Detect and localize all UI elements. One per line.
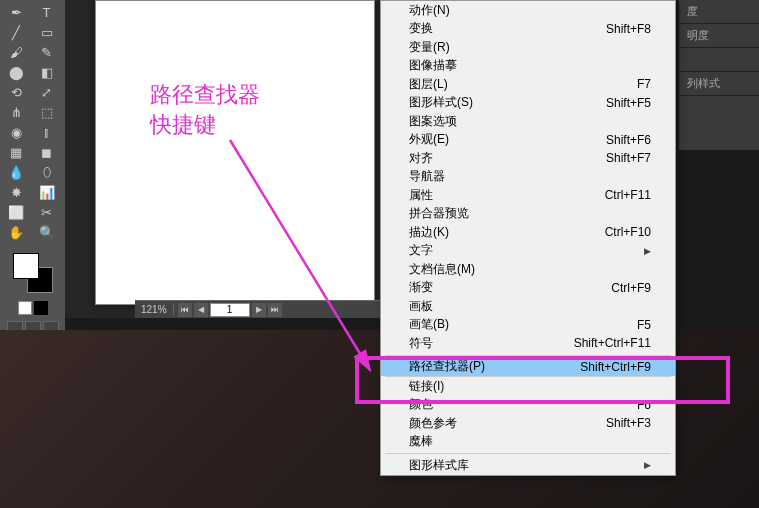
menu-item-5[interactable]: 图形样式(S)Shift+F5 bbox=[381, 94, 675, 113]
menu-item-label: 动作(N) bbox=[409, 2, 450, 19]
menu-item-label: 图案选项 bbox=[409, 113, 457, 130]
tool-gradient[interactable]: ◼ bbox=[33, 142, 61, 162]
menu-item-0[interactable]: 动作(N) bbox=[381, 1, 675, 20]
panel-tab-1[interactable]: 度 bbox=[679, 0, 759, 24]
tool-slice[interactable]: ✂ bbox=[33, 202, 61, 222]
color-swatches[interactable] bbox=[13, 253, 53, 293]
pager-prev[interactable]: ◀ bbox=[194, 303, 208, 317]
menu-item-18[interactable]: 符号Shift+Ctrl+F11 bbox=[381, 334, 675, 353]
tool-scale[interactable]: ⤢ bbox=[33, 82, 61, 102]
tool-artboard[interactable]: ⬜ bbox=[2, 202, 30, 222]
tool-pen[interactable]: ✒ bbox=[2, 2, 30, 22]
pager: ⏮ ◀ ▶ ⏭ bbox=[174, 303, 286, 317]
menu-item-label: 图像描摹 bbox=[409, 57, 457, 74]
tool-free[interactable]: ⬚ bbox=[33, 102, 61, 122]
menu-item-label: 颜色 bbox=[409, 396, 433, 413]
menu-item-15[interactable]: 渐变Ctrl+F9 bbox=[381, 279, 675, 298]
panel-tab-4[interactable]: 列样式 bbox=[679, 72, 759, 96]
zoom-level[interactable]: 121% bbox=[135, 304, 174, 315]
tool-mesh[interactable]: ▦ bbox=[2, 142, 30, 162]
menu-item-6[interactable]: 图案选项 bbox=[381, 112, 675, 131]
mini-swatch-white[interactable] bbox=[18, 301, 32, 315]
menu-item-label: 拼合器预览 bbox=[409, 205, 469, 222]
pager-next[interactable]: ▶ bbox=[252, 303, 266, 317]
menu-item-7[interactable]: 外观(E)Shift+F6 bbox=[381, 131, 675, 150]
menu-item-label: 变量(R) bbox=[409, 39, 450, 56]
mini-swatch-black[interactable] bbox=[34, 301, 48, 315]
tool-eraser[interactable]: ◧ bbox=[33, 62, 61, 82]
menu-item-shortcut: F7 bbox=[637, 77, 651, 91]
tool-rect[interactable]: ▭ bbox=[33, 22, 61, 42]
menu-item-shortcut: Ctrl+F11 bbox=[605, 188, 651, 202]
menu-item-2[interactable]: 变量(R) bbox=[381, 38, 675, 57]
menu-item-label: 文字 bbox=[409, 242, 433, 259]
pager-first[interactable]: ⏮ bbox=[178, 303, 192, 317]
menu-item-shortcut: Shift+Ctrl+F11 bbox=[574, 336, 651, 350]
menu-item-shortcut: Shift+F3 bbox=[606, 416, 651, 430]
menu-item-24[interactable]: 颜色参考Shift+F3 bbox=[381, 414, 675, 433]
menu-item-label: 图形样式库 bbox=[409, 457, 469, 474]
tool-blob[interactable]: ⬤ bbox=[2, 62, 30, 82]
tool-eyedrop[interactable]: 💧 bbox=[2, 162, 30, 182]
canvas-area: 121% ⏮ ◀ ▶ ⏭ 选择 bbox=[65, 0, 385, 318]
tool-pencil[interactable]: ✎ bbox=[33, 42, 61, 62]
menu-item-23[interactable]: 颜色F6 bbox=[381, 396, 675, 415]
tool-chart[interactable]: 📊 bbox=[33, 182, 61, 202]
tool-hand[interactable]: ✋ bbox=[2, 222, 30, 242]
menu-item-label: 图形样式(S) bbox=[409, 94, 473, 111]
menu-item-shortcut: Ctrl+F9 bbox=[611, 281, 651, 295]
menu-item-label: 路径查找器(P) bbox=[409, 358, 485, 375]
menu-item-label: 导航器 bbox=[409, 168, 445, 185]
menu-item-14[interactable]: 文档信息(M) bbox=[381, 260, 675, 279]
menu-item-label: 对齐 bbox=[409, 150, 433, 167]
foreground-color[interactable] bbox=[13, 253, 39, 279]
tool-blend[interactable]: ⬯ bbox=[33, 162, 61, 182]
menu-item-shortcut: F5 bbox=[637, 318, 651, 332]
menu-item-8[interactable]: 对齐Shift+F7 bbox=[381, 149, 675, 168]
menu-item-20[interactable]: 路径查找器(P)Shift+Ctrl+F9 bbox=[381, 358, 675, 377]
menu-item-label: 图层(L) bbox=[409, 76, 448, 93]
menu-item-label: 描边(K) bbox=[409, 224, 449, 241]
pager-input[interactable] bbox=[210, 303, 250, 317]
tool-shape[interactable]: ◉ bbox=[2, 122, 30, 142]
tool-type[interactable]: T bbox=[33, 2, 61, 22]
tool-graph[interactable]: ⫿ bbox=[33, 122, 61, 142]
menu-item-13[interactable]: 文字▶ bbox=[381, 242, 675, 261]
tool-brush[interactable]: 🖌 bbox=[2, 42, 30, 62]
menu-item-label: 画笔(B) bbox=[409, 316, 449, 333]
panel-tab-3[interactable] bbox=[679, 48, 759, 72]
menu-item-17[interactable]: 画笔(B)F5 bbox=[381, 316, 675, 335]
window-menu: 动作(N)变换Shift+F8变量(R)图像描摹图层(L)F7图形样式(S)Sh… bbox=[380, 0, 676, 476]
menu-item-label: 画板 bbox=[409, 298, 433, 315]
panel-tab-2[interactable]: 明度 bbox=[679, 24, 759, 48]
submenu-arrow-icon: ▶ bbox=[644, 246, 651, 256]
tool-symbol[interactable]: ✸ bbox=[2, 182, 30, 202]
menu-item-3[interactable]: 图像描摹 bbox=[381, 57, 675, 76]
menu-item-label: 变换 bbox=[409, 20, 433, 37]
menu-item-label: 文档信息(M) bbox=[409, 261, 475, 278]
tool-width[interactable]: ⋔ bbox=[2, 102, 30, 122]
menu-item-12[interactable]: 描边(K)Ctrl+F10 bbox=[381, 223, 675, 242]
pager-last[interactable]: ⏭ bbox=[268, 303, 282, 317]
tools-toolbar: ✒ T ╱ ▭ 🖌 ✎ ⬤ ◧ ⟲ ⤢ ⋔ ⬚ ◉ ⫿ ▦ ◼ 💧 ⬯ ✸ 📊 … bbox=[0, 0, 65, 330]
menu-item-label: 外观(E) bbox=[409, 131, 449, 148]
tool-rotate[interactable]: ⟲ bbox=[2, 82, 30, 102]
menu-item-shortcut: Shift+F8 bbox=[606, 22, 651, 36]
menu-item-label: 渐变 bbox=[409, 279, 433, 296]
menu-item-1[interactable]: 变换Shift+F8 bbox=[381, 20, 675, 39]
menu-item-shortcut: F6 bbox=[637, 398, 651, 412]
tool-zoom[interactable]: 🔍 bbox=[33, 222, 61, 242]
tool-line[interactable]: ╱ bbox=[2, 22, 30, 42]
menu-item-label: 属性 bbox=[409, 187, 433, 204]
menu-item-9[interactable]: 导航器 bbox=[381, 168, 675, 187]
menu-item-4[interactable]: 图层(L)F7 bbox=[381, 75, 675, 94]
menu-item-label: 链接(I) bbox=[409, 378, 444, 395]
menu-item-27[interactable]: 图形样式库▶ bbox=[381, 456, 675, 475]
menu-item-11[interactable]: 拼合器预览 bbox=[381, 205, 675, 224]
canvas[interactable] bbox=[95, 0, 375, 305]
menu-item-shortcut: Shift+Ctrl+F9 bbox=[580, 360, 651, 374]
menu-item-16[interactable]: 画板 bbox=[381, 297, 675, 316]
menu-item-25[interactable]: 魔棒 bbox=[381, 433, 675, 452]
menu-item-22[interactable]: 链接(I) bbox=[381, 377, 675, 396]
menu-item-10[interactable]: 属性Ctrl+F11 bbox=[381, 186, 675, 205]
